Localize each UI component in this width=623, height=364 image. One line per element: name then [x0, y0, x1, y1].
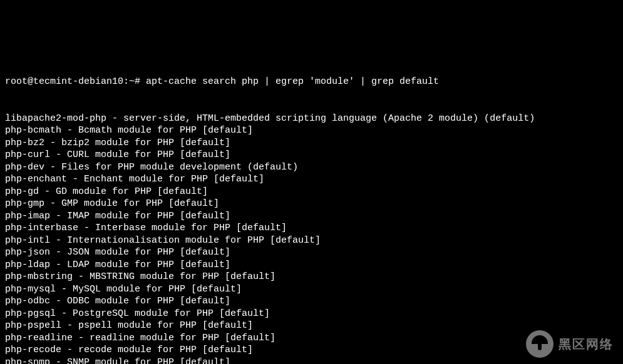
- output-line: php-curl - CURL module for PHP [default]: [5, 149, 618, 161]
- output-line: php-bcmath - Bcmath module for PHP [defa…: [5, 124, 618, 137]
- mushroom-icon: [526, 330, 553, 358]
- output-line: php-gmp - GMP module for PHP [default]: [5, 198, 618, 210]
- output-line: php-odbc - ODBC module for PHP [default]: [5, 295, 618, 308]
- output-line: php-gd - GD module for PHP [default]: [5, 186, 618, 198]
- output-line: php-json - JSON module for PHP [default]: [5, 246, 618, 259]
- output-line: php-bz2 - bzip2 module for PHP [default]: [5, 137, 618, 149]
- watermark-text: 黑区网络: [559, 336, 614, 352]
- output-line: php-intl - Internationalisation module f…: [5, 235, 618, 247]
- output-line: libapache2-mod-php - server-side, HTML-e…: [5, 113, 618, 125]
- output-line: php-pgsql - PostgreSQL module for PHP [d…: [5, 308, 618, 320]
- output-line: php-ldap - LDAP module for PHP [default]: [5, 259, 618, 271]
- output-line: php-enchant - Enchant module for PHP [de…: [5, 173, 618, 186]
- output-line: php-mysql - MySQL module for PHP [defaul…: [5, 283, 618, 296]
- output-line: php-mbstring - MBSTRING module for PHP […: [5, 271, 618, 283]
- terminal-container[interactable]: root@tecmint-debian10:~# apt-cache searc…: [5, 51, 618, 364]
- output-block: libapache2-mod-php - server-side, HTML-e…: [5, 113, 618, 365]
- output-line: php-dev - Files for PHP module developme…: [5, 161, 618, 174]
- output-line: php-interbase - Interbase module for PHP…: [5, 222, 618, 235]
- watermark: 黑区网络: [526, 330, 614, 358]
- command-line: root@tecmint-debian10:~# apt-cache searc…: [5, 76, 618, 88]
- output-line: php-imap - IMAP module for PHP [default]: [5, 210, 618, 223]
